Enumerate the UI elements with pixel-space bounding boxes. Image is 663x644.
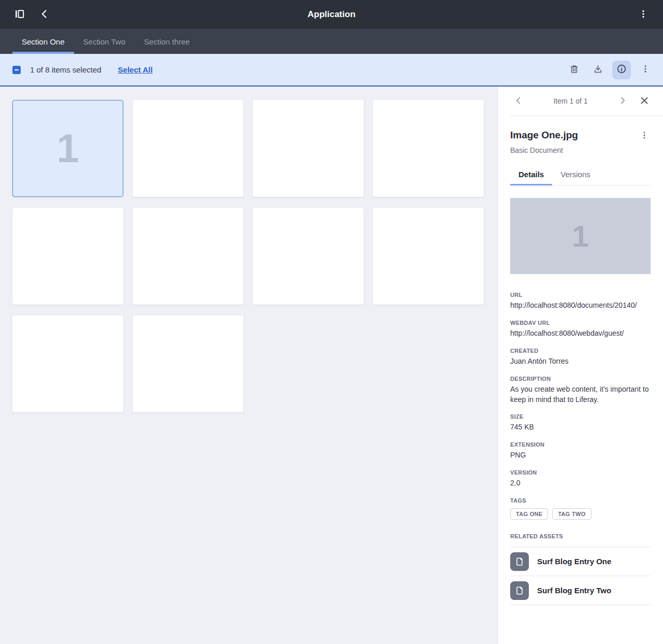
section-tabs: Section One Section Two Section three [0, 29, 663, 54]
field-webdav-url: WEBDAV URL http://localhost:8080/webdav/… [510, 320, 651, 339]
field-label: VERSION [510, 469, 651, 476]
document-icon [510, 552, 529, 571]
document-overflow-button[interactable] [638, 130, 651, 142]
field-url: URL http://localhost:8080/documents/2014… [510, 292, 651, 311]
field-value: 745 KB [510, 422, 651, 433]
field-value: http://localhost:8080/documents/20140/ [510, 300, 651, 311]
field-value: http://localhost:8080/webdav/guest/ [510, 328, 651, 339]
download-icon [593, 64, 603, 76]
delete-button[interactable] [565, 61, 583, 79]
grid-card-selected[interactable]: 1 [12, 100, 123, 197]
product-menu-button[interactable] [10, 5, 29, 24]
tag-list: TAG ONE TAG TWO [510, 508, 651, 520]
card-watermark: 1 [56, 125, 79, 172]
panel-body: Image One.jpg Basic Document Details Ver… [498, 116, 663, 605]
close-icon [639, 95, 650, 107]
kebab-menu-icon [640, 133, 648, 141]
tab-versions[interactable]: Versions [552, 170, 599, 185]
field-size: SIZE 745 KB [510, 413, 651, 433]
grid-card[interactable] [133, 100, 243, 197]
item-counter: Item 1 of 1 [526, 97, 615, 105]
card-grid-area: 1 [0, 87, 497, 644]
previous-item-button[interactable] [511, 94, 526, 108]
field-label: EXTENSION [510, 441, 651, 448]
related-asset-item[interactable]: Surf Blog Entry Two [510, 576, 651, 605]
related-asset-name: Surf Blog Entry Two [537, 586, 611, 595]
field-tags: TAGS TAG ONE TAG TWO [510, 497, 651, 520]
panel-tabs: Details Versions [510, 170, 651, 185]
document-type: Basic Document [510, 146, 651, 154]
grid-card[interactable] [253, 208, 364, 305]
tag-chip[interactable]: TAG ONE [510, 508, 548, 520]
back-button[interactable] [35, 5, 54, 24]
management-overflow-button[interactable] [636, 61, 655, 79]
field-label: SIZE [510, 413, 651, 420]
download-button[interactable] [588, 61, 607, 79]
related-assets-section: RELATED ASSETS Surf Blog Entry One [510, 533, 651, 605]
document-preview: 1 [510, 198, 651, 274]
tab-section-one[interactable]: Section One [12, 29, 74, 54]
info-button[interactable] [612, 61, 631, 79]
field-created: CREATED Juan Antón Torres [510, 348, 651, 367]
field-extension: EXTENSION PNG [510, 441, 651, 461]
chevron-right-icon [618, 96, 627, 107]
field-label: URL [510, 292, 651, 298]
field-label: TAGS [510, 497, 651, 504]
field-label: DESCRIPTION [510, 376, 651, 382]
panel-pagination: Item 1 of 1 [498, 87, 663, 116]
tab-section-two[interactable]: Section Two [74, 29, 135, 54]
grid-card[interactable] [373, 100, 484, 197]
next-item-button[interactable] [615, 94, 630, 108]
related-asset-item[interactable]: Surf Blog Entry One [510, 547, 651, 576]
select-items-checkbox[interactable] [12, 66, 21, 74]
grid-card[interactable] [12, 208, 123, 305]
tag-chip[interactable]: TAG TWO [552, 508, 591, 520]
grid-card[interactable] [253, 100, 364, 197]
field-value: Juan Antón Torres [510, 356, 651, 367]
grid-card[interactable] [133, 208, 243, 305]
management-actions [565, 61, 655, 79]
close-panel-button[interactable] [637, 94, 652, 108]
grid-card[interactable] [133, 316, 243, 412]
chevron-left-icon [39, 9, 50, 21]
page-title: Application [308, 9, 356, 20]
content-area: 1 Item 1 of 1 [0, 87, 663, 644]
preview-watermark: 1 [572, 219, 588, 253]
grid-card[interactable] [12, 316, 123, 412]
tab-section-three[interactable]: Section three [135, 29, 199, 54]
trash-icon [569, 64, 579, 76]
field-value: PNG [510, 450, 651, 461]
document-icon [510, 581, 529, 600]
field-label: CREATED [510, 348, 651, 354]
field-version: VERSION 2.0 [510, 469, 651, 489]
select-all-link[interactable]: Select All [118, 65, 153, 74]
info-panel: Item 1 of 1 Image One.jpg [497, 87, 663, 644]
kebab-menu-icon [639, 9, 648, 20]
related-asset-name: Surf Blog Entry One [537, 557, 611, 566]
field-value: As you create web content, it’s importan… [510, 384, 651, 405]
tab-details[interactable]: Details [510, 170, 552, 185]
info-circle-icon [616, 64, 627, 76]
field-label: RELATED ASSETS [510, 533, 651, 539]
card-grid: 1 [12, 100, 485, 412]
selection-count-text: 1 of 8 items selected [30, 65, 102, 74]
field-label: WEBDAV URL [510, 320, 651, 326]
chevron-left-icon [514, 96, 523, 107]
header-overflow-button[interactable] [634, 5, 653, 24]
app-header: Application [0, 0, 663, 29]
field-value: 2.0 [510, 478, 651, 489]
kebab-menu-icon [641, 64, 650, 75]
grid-card[interactable] [373, 208, 484, 305]
field-description: DESCRIPTION As you create web content, i… [510, 376, 651, 405]
management-bar: 1 of 8 items selected Select All [0, 54, 663, 87]
related-assets-list: Surf Blog Entry One Surf Blog Entry Two [510, 547, 651, 605]
sidebar-icon [14, 8, 25, 21]
indeterminate-icon [15, 69, 19, 70]
document-title: Image One.jpg [510, 130, 638, 141]
